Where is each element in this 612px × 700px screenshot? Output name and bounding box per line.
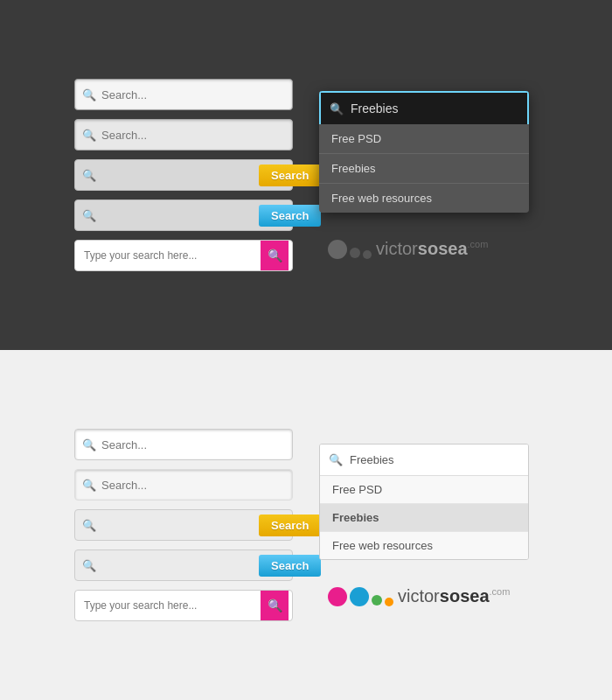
autocomplete-light: 🔍 Free PSD Freebies Free web resources xyxy=(319,444,529,560)
search-button-yellow-b[interactable]: Search xyxy=(259,514,321,536)
search-button-blue-b[interactable]: Search xyxy=(259,555,321,577)
logo-text-light: victorsosea.com xyxy=(398,586,510,606)
autocomplete-dark: 🔍 Free PSD Freebies Free web resources xyxy=(319,91,529,213)
dot-small-dark xyxy=(363,250,372,259)
top-right-column: 🔍 Free PSD Freebies Free web resources v… xyxy=(319,91,538,259)
search-bar-3: 🔍 Search xyxy=(74,159,293,191)
search-input-2[interactable] xyxy=(101,129,285,142)
logo-dots-dark xyxy=(328,240,372,259)
search-bar-4: 🔍 Search xyxy=(74,200,293,231)
search-input-1[interactable] xyxy=(101,88,285,102)
search-button-pink-b[interactable]: 🔍 xyxy=(261,590,289,621)
search-input-b4[interactable] xyxy=(107,559,254,572)
search-bar-b2: 🔍 xyxy=(74,469,293,500)
search-icon-2: 🔍 xyxy=(82,129,96,142)
search-button-pink[interactable]: 🔍 xyxy=(261,240,289,271)
search-bar-5: 🔍 xyxy=(74,240,293,271)
autocomplete-text-input-light[interactable] xyxy=(350,453,519,466)
search-icon-b1: 🔍 xyxy=(82,438,96,452)
dot-blue xyxy=(350,587,369,606)
dot-orange xyxy=(385,598,393,606)
autocomplete-item-light-0[interactable]: Free PSD xyxy=(320,476,528,504)
autocomplete-item-0[interactable]: Free PSD xyxy=(319,124,529,154)
search-icon-b4: 🔍 xyxy=(82,559,96,572)
autocomplete-search-icon-dark: 🔍 xyxy=(330,102,344,116)
autocomplete-item-2[interactable]: Free web resources xyxy=(319,184,529,213)
search-bar-b1: 🔍 xyxy=(74,429,293,460)
logo-light: victorsosea.com xyxy=(328,586,510,606)
search-icon-b3: 🔍 xyxy=(82,519,96,532)
search-bar-b5: 🔍 xyxy=(74,590,293,621)
search-bar-b4: 🔍 Search xyxy=(74,550,293,581)
search-input-b1[interactable] xyxy=(101,438,285,452)
search-bar-b3: 🔍 Search xyxy=(74,509,293,541)
autocomplete-text-input-dark[interactable] xyxy=(351,102,518,116)
dot-medium-dark xyxy=(350,248,360,258)
search-input-5[interactable] xyxy=(75,249,261,262)
dot-pink xyxy=(328,587,347,606)
autocomplete-input-container-dark: 🔍 xyxy=(319,91,529,124)
autocomplete-input-container-light: 🔍 xyxy=(320,444,528,476)
search-input-b5[interactable] xyxy=(75,599,261,612)
search-icon-1: 🔍 xyxy=(82,88,96,102)
search-input-b3[interactable] xyxy=(107,519,254,532)
search-button-yellow[interactable]: Search xyxy=(259,164,321,186)
search-input-4[interactable] xyxy=(107,209,254,222)
top-left-column: 🔍 🔍 🔍 Search 🔍 Search 🔍 xyxy=(74,79,293,271)
logo-dots-light xyxy=(328,587,393,606)
top-section: 🔍 🔍 🔍 Search 🔍 Search 🔍 🔍 xyxy=(0,0,612,350)
search-icon-4: 🔍 xyxy=(82,209,96,222)
bottom-section: 🔍 🔍 🔍 Search 🔍 Search 🔍 🔍 xyxy=(0,350,612,700)
bottom-right-column: 🔍 Free PSD Freebies Free web resources v… xyxy=(319,444,538,606)
logo-dark: victorsosea.com xyxy=(328,239,488,259)
autocomplete-search-icon-light: 🔍 xyxy=(329,453,343,466)
search-input-3[interactable] xyxy=(107,169,254,182)
autocomplete-item-light-2[interactable]: Free web resources xyxy=(320,532,528,559)
autocomplete-item-light-1[interactable]: Freebies xyxy=(320,504,528,532)
search-icon-3: 🔍 xyxy=(82,169,96,182)
autocomplete-item-1[interactable]: Freebies xyxy=(319,154,529,184)
search-bar-1: 🔍 xyxy=(74,79,293,110)
dot-green xyxy=(372,595,382,606)
logo-text-dark: victorsosea.com xyxy=(376,239,488,259)
dot-large-dark xyxy=(328,240,347,259)
search-icon-b2: 🔍 xyxy=(82,479,96,492)
search-button-blue[interactable]: Search xyxy=(259,205,321,227)
search-input-b2[interactable] xyxy=(101,479,285,492)
bottom-left-column: 🔍 🔍 🔍 Search 🔍 Search 🔍 xyxy=(74,429,293,621)
search-bar-2: 🔍 xyxy=(74,119,293,150)
